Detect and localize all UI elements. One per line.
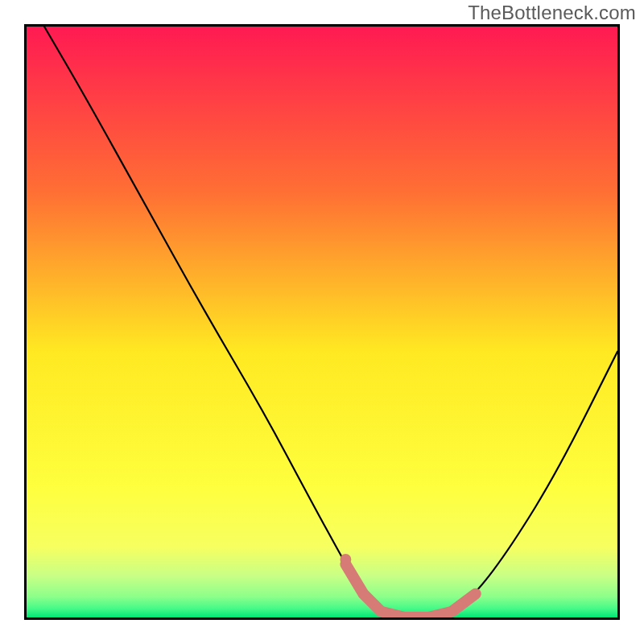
gradient-background — [27, 27, 617, 617]
chart-frame: TheBottleneck.com — [0, 0, 644, 644]
svg-rect-0 — [27, 27, 617, 617]
plot-area — [24, 24, 620, 620]
watermark-text: TheBottleneck.com — [468, 2, 636, 24]
